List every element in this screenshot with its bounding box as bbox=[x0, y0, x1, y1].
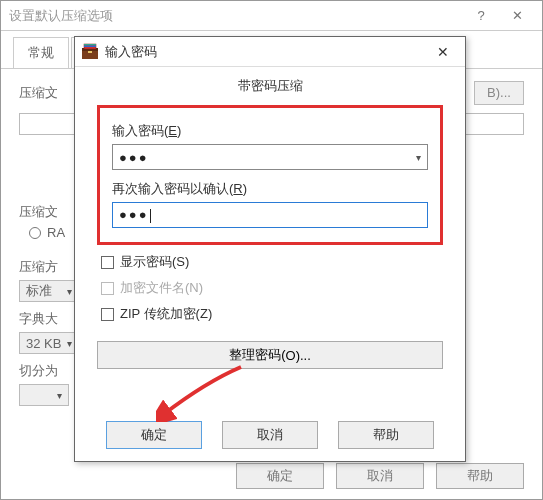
encrypt-names-checkbox-row: 加密文件名(N) bbox=[101, 279, 443, 297]
modal-buttons: 确定 取消 帮助 bbox=[75, 421, 465, 449]
svg-rect-5 bbox=[88, 51, 92, 53]
show-password-label: 显示密码(S) bbox=[120, 253, 189, 271]
parent-title: 设置默认压缩选项 bbox=[5, 7, 466, 25]
show-password-checkbox[interactable] bbox=[101, 256, 114, 269]
password-highlight: 输入密码(E) ●●● ▾ 再次输入密码以确认(R) ●●● bbox=[97, 105, 443, 245]
help-icon[interactable]: ? bbox=[466, 2, 496, 30]
parent-titlebar: 设置默认压缩选项 ? ✕ bbox=[1, 1, 542, 31]
ra-label: RA bbox=[47, 225, 65, 240]
modal-help-button[interactable]: 帮助 bbox=[338, 421, 434, 449]
password-label: 输入密码(E) bbox=[112, 122, 428, 140]
chevron-down-icon: ▾ bbox=[67, 286, 72, 297]
svg-rect-4 bbox=[84, 45, 96, 47]
modal-titlebar: 输入密码 ✕ bbox=[75, 37, 465, 67]
chevron-down-icon[interactable]: ▾ bbox=[416, 152, 421, 163]
dict-value: 32 KB bbox=[26, 336, 61, 351]
modal-close-icon[interactable]: ✕ bbox=[427, 40, 459, 64]
zip-legacy-label: ZIP 传统加密(Z) bbox=[120, 305, 212, 323]
confirm-password-value: ●●● bbox=[119, 207, 151, 223]
archive-format-button[interactable]: B)... bbox=[474, 81, 524, 105]
svg-rect-3 bbox=[84, 44, 96, 46]
zip-legacy-checkbox-row[interactable]: ZIP 传统加密(Z) bbox=[101, 305, 443, 323]
split-dropdown[interactable]: ▾ bbox=[19, 384, 69, 406]
close-icon[interactable]: ✕ bbox=[496, 2, 538, 30]
method-value: 标准 bbox=[26, 282, 52, 300]
modal-body: 输入密码(E) ●●● ▾ 再次输入密码以确认(R) ●●● 显示密码(S) 加… bbox=[75, 105, 465, 369]
zip-legacy-checkbox[interactable] bbox=[101, 308, 114, 321]
modal-subtitle: 带密码压缩 bbox=[75, 67, 465, 101]
dict-dropdown[interactable]: 32 KB ▾ bbox=[19, 332, 79, 354]
confirm-password-input[interactable]: ●●● bbox=[112, 202, 428, 228]
parent-buttons: 确定 取消 帮助 bbox=[236, 463, 524, 489]
cancel-button[interactable]: 取消 bbox=[336, 463, 424, 489]
method-dropdown[interactable]: 标准 ▾ bbox=[19, 280, 79, 302]
ra-radio[interactable] bbox=[29, 227, 41, 239]
app-icon bbox=[81, 43, 99, 61]
password-value: ●●● bbox=[119, 150, 149, 165]
password-dialog: 输入密码 ✕ 带密码压缩 输入密码(E) ●●● ▾ 再次输入密码以确认(R) … bbox=[74, 36, 466, 462]
organize-passwords-button[interactable]: 整理密码(O)... bbox=[97, 341, 443, 369]
modal-ok-button[interactable]: 确定 bbox=[106, 421, 202, 449]
encrypt-names-checkbox bbox=[101, 282, 114, 295]
ok-button[interactable]: 确定 bbox=[236, 463, 324, 489]
chevron-down-icon: ▾ bbox=[67, 338, 72, 349]
help-button[interactable]: 帮助 bbox=[436, 463, 524, 489]
confirm-password-label: 再次输入密码以确认(R) bbox=[112, 180, 428, 198]
show-password-checkbox-row[interactable]: 显示密码(S) bbox=[101, 253, 443, 271]
modal-cancel-button[interactable]: 取消 bbox=[222, 421, 318, 449]
modal-title: 输入密码 bbox=[105, 43, 427, 61]
chevron-down-icon: ▾ bbox=[57, 390, 62, 401]
password-input[interactable]: ●●● ▾ bbox=[112, 144, 428, 170]
tab-general[interactable]: 常规 bbox=[13, 37, 69, 68]
encrypt-names-label: 加密文件名(N) bbox=[120, 279, 203, 297]
